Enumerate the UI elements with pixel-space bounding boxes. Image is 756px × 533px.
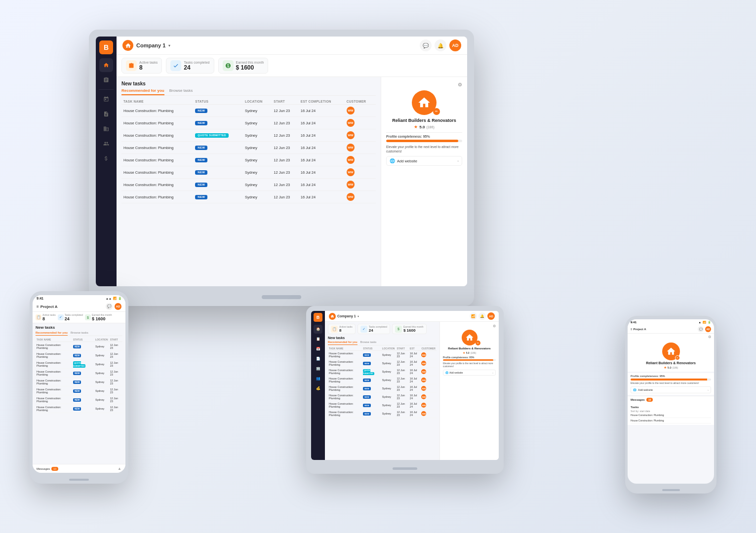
table-row[interactable]: House Construction: Plumbing NEW Sydney … <box>328 351 437 359</box>
tablet-user-avatar[interactable]: AD <box>487 312 495 320</box>
phone-task-name-cell: House Construction: Plumbing <box>36 342 72 351</box>
task-start-cell: 12 Jun 23 <box>272 191 298 203</box>
chevron-down-icon: ▾ <box>168 43 170 48</box>
tablet-chin <box>393 467 417 470</box>
table-row[interactable]: House Construction: Plumbing NEW Sydney … <box>36 351 122 360</box>
phone-right-add-website[interactable]: 🌐 Add website › <box>631 386 711 393</box>
phone-right-add-website-left: 🌐 Add website <box>633 388 653 391</box>
table-row[interactable]: House Construction: Plumbing NEW Sydney … <box>328 410 437 418</box>
phone-left-avatar[interactable]: AD <box>115 303 121 310</box>
table-row[interactable]: House Construction: Plumbing QUOTE SUBMI… <box>328 368 437 376</box>
phone-task-status-cell: NEW <box>72 351 94 360</box>
tablet-header-icons: 📶 🔔 AD <box>470 312 495 320</box>
sidebar-icon-money[interactable] <box>99 152 113 165</box>
table-row[interactable]: House Construction: Plumbing NEW Sydney … <box>328 384 437 393</box>
task-start-cell: 12 Jun 23 <box>272 142 298 154</box>
table-row[interactable]: House Construction: Plumbing NEW Sydney … <box>121 154 376 166</box>
tablet-bell-icon[interactable]: 🔔 <box>478 312 486 320</box>
tablet-add-website[interactable]: 🌐 Add website › <box>443 370 496 376</box>
tablet-tab-browse[interactable]: Browse tasks <box>360 341 377 345</box>
table-row[interactable]: House Construction: Plumbing NEW Sydney … <box>328 393 437 401</box>
phone-left-col-location: LOCATION <box>94 338 109 342</box>
tablet-sidebar-building[interactable]: 🏢 <box>314 364 322 373</box>
phone-task-location-cell: Sydney <box>94 342 109 351</box>
phone-left-tab-browse[interactable]: Browse tasks <box>71 331 88 336</box>
table-row[interactable]: House Construction: Plumbing NEW Sydney … <box>121 117 376 129</box>
task-est-cell: 16 Jul 24 <box>299 191 345 203</box>
phone-left-earned-icon: $ <box>85 314 91 320</box>
tablet-task-location-cell: Sydney <box>381 401 396 410</box>
sidebar-icon-building[interactable] <box>99 122 113 136</box>
table-row[interactable]: House Construction: Plumbing NEW Sydney … <box>36 404 122 413</box>
table-row[interactable]: House Construction: Plumbing QUOTE SUBMI… <box>36 360 122 369</box>
table-row[interactable]: House Construction: Plumbing NEW Sydney … <box>328 376 437 384</box>
phone-right-chat-icon[interactable]: 💬 <box>698 326 704 332</box>
table-row[interactable]: House Construction: Plumbing NEW Sydney … <box>121 191 376 203</box>
table-row[interactable]: House Construction: Plumbing NEW Sydney … <box>121 166 376 179</box>
tablet-sidebar-home[interactable]: 🏠 <box>314 325 322 334</box>
table-row[interactable]: House Construction: Plumbing NEW Sydney … <box>36 386 122 395</box>
table-row[interactable]: House Construction: Plumbing NEW Sydney … <box>121 142 376 154</box>
tab-browse[interactable]: Browse tasks <box>169 88 193 95</box>
tablet-sidebar-people[interactable]: 👥 <box>314 374 322 383</box>
sidebar-divider <box>99 89 113 90</box>
phone-left-tab-recommended[interactable]: Recommended for you <box>36 331 68 336</box>
tablet-logo[interactable]: B <box>314 313 322 322</box>
table-row[interactable]: House Construction: Plumbing NEW Sydney … <box>36 395 122 404</box>
add-website-row[interactable]: 🌐 Add website › <box>386 156 462 166</box>
tablet-settings-icon[interactable]: ⚙ <box>493 324 496 328</box>
tablet-customer-avatar: WW <box>421 403 426 408</box>
tablet-profile-edit[interactable]: ✏ <box>476 341 480 345</box>
app-body: New tasks Recommended for you Browse tas… <box>117 77 467 286</box>
phone-status-badge: NEW <box>73 407 81 411</box>
tablet-company[interactable]: Company 1 ▾ <box>329 313 359 320</box>
sidebar-icon-people[interactable] <box>99 137 113 151</box>
table-row[interactable]: House Construction: Plumbing NEW Sydney … <box>121 179 376 191</box>
table-row[interactable]: House Construction: Plumbing NEW Sydney … <box>36 342 122 351</box>
task-name-cell: House Construction: Plumbing <box>121 117 193 129</box>
table-row[interactable]: House Construction: Plumbing NEW Sydney … <box>36 369 122 378</box>
tablet-task-est-cell: 16 Jul 24 <box>409 351 421 359</box>
table-row[interactable]: House Construction: Plumbing NEW Sydney … <box>328 359 437 368</box>
tasks-table: TASK NAME STATUS LOCATION START EST COMP… <box>121 99 376 203</box>
tablet-sidebar-calendar[interactable]: 📅 <box>314 344 322 353</box>
tablet-rating-score: 5.0 <box>466 351 470 354</box>
sidebar-logo[interactable]: B <box>99 40 113 54</box>
tab-recommended[interactable]: Recommended for you <box>121 88 164 95</box>
profile-edit-button[interactable]: ✏ <box>433 108 440 115</box>
phone-left-chat-icon[interactable]: 💬 <box>106 303 113 310</box>
task-location-cell: Sydney <box>243 179 272 191</box>
phone-right-edit-button[interactable]: ✏ <box>675 355 680 360</box>
sidebar-icon-docs[interactable] <box>99 107 113 121</box>
phone-right-avatar[interactable]: AD <box>705 326 711 332</box>
user-avatar-button[interactable]: AD <box>449 39 461 51</box>
tablet-sidebar-docs[interactable]: 📄 <box>314 354 322 363</box>
tablet-task-start-cell: 12 Jun 23 <box>396 351 408 359</box>
tablet-task-customer-cell: WW <box>420 410 437 418</box>
table-row[interactable]: House Construction: Plumbing NEW Sydney … <box>328 401 437 410</box>
phone-right-settings[interactable]: ⚙ <box>628 334 714 341</box>
tablet-customer-avatar: WW <box>421 394 426 399</box>
sidebar-icon-tasks[interactable] <box>99 73 113 87</box>
phone-right-header: ≡ Project A 💬 AD <box>628 325 714 334</box>
sidebar-icon-calendar[interactable] <box>99 92 113 106</box>
phone-right-task-name-1: House Construction: Plumbing <box>631 414 711 417</box>
table-row[interactable]: House Construction: Plumbing QUOTE SUBMI… <box>121 129 376 142</box>
phone-left-messages[interactable]: Messages 10 <box>37 467 58 471</box>
tablet-tab-recommended[interactable]: Recommended for you <box>328 341 358 345</box>
chat-icon-button[interactable]: 💬 <box>420 39 432 51</box>
company-selector[interactable]: Company 1 ▾ <box>122 40 170 51</box>
task-est-cell: 16 Jul 24 <box>299 179 345 191</box>
tablet-customer-avatar: WW <box>421 378 426 382</box>
col-location: LOCATION <box>243 99 272 105</box>
tablet-sidebar-money[interactable]: 💰 <box>314 384 322 393</box>
tablet-sidebar-tasks[interactable]: 📋 <box>314 335 322 343</box>
table-row[interactable]: House Construction: Plumbing NEW Sydney … <box>121 105 376 117</box>
phone-right-progress-fill <box>631 379 707 381</box>
tablet-company-name: Company 1 <box>337 314 356 318</box>
tablet-stat-completed: ✓ Tasks completed 24 <box>358 324 390 334</box>
sidebar-icon-home[interactable] <box>99 58 113 72</box>
bell-icon-button[interactable]: 🔔 <box>435 39 446 51</box>
table-row[interactable]: House Construction: Plumbing NEW Sydney … <box>36 378 122 386</box>
settings-icon[interactable]: ⚙ <box>458 82 462 87</box>
